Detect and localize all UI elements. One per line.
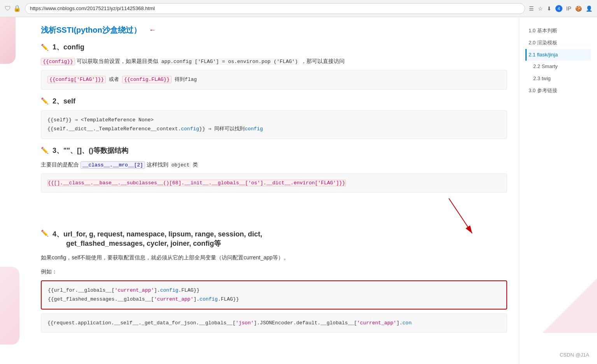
- section-4-title: 4、url_for, g, request, namespace, lipsum…: [53, 229, 262, 248]
- urlfor-line-1: {{url_for.__globals__['current_app'].con…: [48, 286, 500, 295]
- edit-icon-3: ✏️: [41, 147, 49, 154]
- object-code: object: [170, 162, 191, 168]
- urlfor-line-2: {{get_flashed_messages.__globals__['curr…: [48, 295, 500, 304]
- url-text: https://www.cnblogs.com/20175211lyz/p/11…: [30, 5, 155, 11]
- toc-item-3-0[interactable]: 3.0 参考链接: [525, 85, 591, 97]
- deco-pink-bottom: [0, 267, 19, 345]
- section-3-title: 3、""、[]、()等数据结构: [53, 146, 128, 155]
- toc-item-2-2[interactable]: 2.2 Smarty: [525, 61, 591, 73]
- red-arrow-title: ←: [149, 26, 247, 34]
- config-flag-code: {{config['FLAG']}}: [47, 76, 106, 83]
- request-line-1: {{request.application.__self__._get_data…: [47, 318, 501, 327]
- main-layout: 浅析SSTI(python沙盒绕过） ← ✏️ 1、config {{confi…: [0, 17, 597, 364]
- edit-icon-4: ✏️: [41, 229, 49, 237]
- page-title: 浅析SSTI(python沙盒绕过） ←: [41, 25, 507, 35]
- config-code-block-1: {{config['FLAG']}} 或者 {{config.FLAG}} 得到…: [41, 70, 507, 89]
- urlfor-code-block: {{url_for.__globals__['current_app'].con…: [41, 280, 507, 310]
- address-bar[interactable]: https://www.cnblogs.com/20175211lyz/p/11…: [25, 3, 525, 14]
- edit-icon-2: ✏️: [41, 97, 49, 105]
- self-line-1: {{self}} ⇒ <TemplateReference None>: [47, 116, 501, 124]
- svg-line-1: [449, 198, 472, 233]
- lock-icon: 🔒: [13, 5, 21, 12]
- shield-icon: 🛡: [5, 5, 11, 12]
- self-code-block: {{self}} ⇒ <TemplateReference None> {{se…: [41, 110, 507, 139]
- cookie-icon: 🍪: [575, 5, 582, 12]
- config-flag-code2: {{config.FLAG}}: [122, 76, 172, 83]
- request-code-block: {{request.application.__self__._get_data…: [41, 313, 507, 332]
- toc-item-2-3[interactable]: 2.3 twig: [525, 73, 591, 85]
- browser-chrome: 🛡 🔒 https://www.cnblogs.com/20175211lyz/…: [0, 0, 597, 17]
- browser-right-icons: ☰ ☆ ⬇ 4 IP 🍪 👤: [529, 5, 592, 12]
- config-text-2: ，那可以直接访问: [301, 58, 345, 64]
- section-3-heading: ✏️ 3、""、[]、()等数据结构: [41, 146, 507, 155]
- mro-code: __class__.__mro__[2]: [81, 161, 145, 169]
- section-1-title: 1、config: [53, 42, 84, 52]
- edit-icon-1: ✏️: [41, 44, 49, 51]
- subclasses-code-block: {{[].__class__.__base__.__subclasses__()…: [41, 173, 507, 192]
- config-code-2: app.config ['FLAG'] = os.environ.pop ('F…: [160, 58, 299, 65]
- star-icon[interactable]: ☆: [538, 5, 543, 12]
- title-text: 浅析SSTI(python沙盒绕过）: [41, 25, 141, 35]
- section-2-heading: ✏️ 2、self: [41, 96, 507, 106]
- badge-count: 4: [555, 5, 562, 12]
- urlfor-para-2: 例如：: [41, 267, 507, 276]
- config-flag-text: 得到flag: [175, 77, 197, 82]
- browser-nav-icons: 🛡 🔒: [5, 5, 21, 12]
- csdn-watermark: CSDN @J1A: [560, 352, 589, 358]
- section-2-title: 2、self: [53, 96, 75, 106]
- csdn-text: CSDN @J1A: [560, 352, 589, 358]
- deco-pink-top: [0, 17, 16, 64]
- toc-item-2-1[interactable]: 2.1 flask/jinja: [525, 49, 591, 61]
- config-text-1: 可以获取当前设置，如果题目类似: [77, 58, 160, 64]
- user-avatar: 👤: [586, 5, 592, 12]
- urlfor-para-1: 如果config，self不能使用，要获取配置信息，就必须从它的上部全局变量（访…: [41, 253, 507, 262]
- right-deco-triangle: [543, 278, 597, 333]
- pocket-icon: ⬇: [547, 5, 551, 12]
- red-arrow-svg: [437, 194, 484, 241]
- toc-item-1-0[interactable]: 1.0 基本判断: [525, 25, 591, 37]
- self-line-2: {{self.__dict__._TemplateReference__cont…: [47, 124, 501, 133]
- config-or-text: 或者: [109, 77, 122, 82]
- left-decoration: [0, 17, 29, 364]
- config-code-1: {{config}}: [41, 58, 75, 65]
- subclasses-code: {{[].__class__.__base__.__subclasses__()…: [47, 180, 346, 186]
- config-para-1: {{config}} 可以获取当前设置，如果题目类似 app.config ['…: [41, 56, 507, 66]
- content-area: 浅析SSTI(python沙盒绕过） ← ✏️ 1、config {{confi…: [29, 17, 519, 364]
- ip-label: IP: [566, 5, 571, 12]
- toc-sidebar: 1.0 基本判断 2.0 渲染模板 2.1 flask/jinja 2.2 Sm…: [519, 17, 597, 364]
- menu-icon: ☰: [529, 5, 534, 12]
- section-1-heading: ✏️ 1、config: [41, 42, 507, 52]
- datastr-para: 主要目的是配合 __class__.__mro__[2] 这样找到 object…: [41, 160, 507, 170]
- toc-item-2-0[interactable]: 2.0 渲染模板: [525, 37, 591, 49]
